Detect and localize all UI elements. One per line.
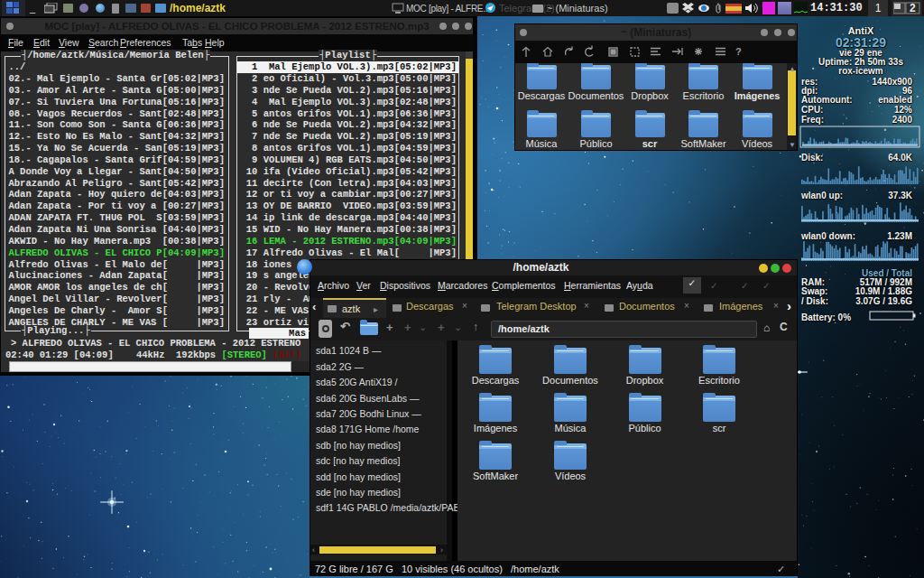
svg-text:?: ? bbox=[735, 46, 742, 57]
